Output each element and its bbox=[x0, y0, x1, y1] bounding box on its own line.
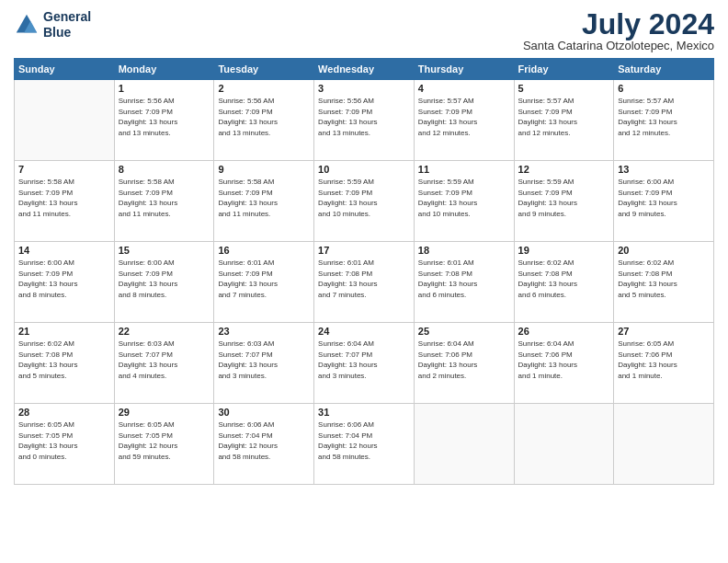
day-number: 21 bbox=[18, 326, 110, 337]
day-info: Sunrise: 5:57 AM Sunset: 7:09 PM Dayligh… bbox=[618, 96, 710, 138]
calendar-week-row: 14Sunrise: 6:00 AM Sunset: 7:09 PM Dayli… bbox=[15, 242, 714, 323]
day-number: 11 bbox=[418, 164, 510, 175]
calendar-cell: 9Sunrise: 5:58 AM Sunset: 7:09 PM Daylig… bbox=[214, 161, 314, 242]
day-info: Sunrise: 6:03 AM Sunset: 7:07 PM Dayligh… bbox=[218, 339, 310, 381]
day-number: 30 bbox=[218, 407, 310, 418]
calendar-day-header: Monday bbox=[114, 59, 214, 80]
day-number: 13 bbox=[618, 164, 710, 175]
day-number: 5 bbox=[518, 83, 610, 94]
day-info: Sunrise: 6:05 AM Sunset: 7:05 PM Dayligh… bbox=[18, 419, 110, 462]
day-number: 31 bbox=[318, 407, 410, 418]
calendar-day-header: Wednesday bbox=[314, 59, 415, 80]
calendar-cell: 13Sunrise: 6:00 AM Sunset: 7:09 PM Dayli… bbox=[614, 161, 714, 242]
day-info: Sunrise: 6:05 AM Sunset: 7:05 PM Dayligh… bbox=[119, 419, 210, 462]
day-number: 26 bbox=[518, 326, 610, 337]
title-block: July 2024 Santa Catarina Otzolotepec, Me… bbox=[523, 9, 714, 52]
day-number: 3 bbox=[318, 83, 410, 94]
day-number: 12 bbox=[518, 164, 610, 175]
month-title: July 2024 bbox=[523, 9, 714, 39]
day-info: Sunrise: 6:02 AM Sunset: 7:08 PM Dayligh… bbox=[18, 339, 110, 381]
day-info: Sunrise: 6:04 AM Sunset: 7:06 PM Dayligh… bbox=[418, 339, 510, 381]
day-info: Sunrise: 6:02 AM Sunset: 7:08 PM Dayligh… bbox=[518, 258, 610, 300]
calendar-day-header: Thursday bbox=[414, 59, 514, 80]
logo-text: General Blue bbox=[43, 9, 91, 40]
day-info: Sunrise: 6:06 AM Sunset: 7:04 PM Dayligh… bbox=[318, 419, 410, 462]
day-number: 14 bbox=[18, 245, 110, 256]
day-info: Sunrise: 6:04 AM Sunset: 7:06 PM Dayligh… bbox=[518, 339, 610, 381]
day-info: Sunrise: 6:01 AM Sunset: 7:08 PM Dayligh… bbox=[318, 258, 410, 300]
day-info: Sunrise: 6:05 AM Sunset: 7:06 PM Dayligh… bbox=[618, 339, 710, 381]
day-number: 24 bbox=[318, 326, 410, 337]
calendar-day-header: Tuesday bbox=[214, 59, 314, 80]
day-info: Sunrise: 6:01 AM Sunset: 7:09 PM Dayligh… bbox=[218, 258, 310, 300]
day-number: 22 bbox=[119, 326, 210, 337]
calendar-day-header: Friday bbox=[514, 59, 614, 80]
calendar-cell: 31Sunrise: 6:06 AM Sunset: 7:04 PM Dayli… bbox=[314, 404, 415, 485]
day-info: Sunrise: 5:56 AM Sunset: 7:09 PM Dayligh… bbox=[119, 96, 210, 138]
calendar-day-header: Sunday bbox=[15, 59, 115, 80]
calendar-header-row: SundayMondayTuesdayWednesdayThursdayFrid… bbox=[15, 59, 714, 80]
day-info: Sunrise: 5:59 AM Sunset: 7:09 PM Dayligh… bbox=[418, 177, 510, 219]
calendar-week-row: 28Sunrise: 6:05 AM Sunset: 7:05 PM Dayli… bbox=[15, 404, 714, 485]
calendar-cell: 11Sunrise: 5:59 AM Sunset: 7:09 PM Dayli… bbox=[414, 161, 514, 242]
day-info: Sunrise: 6:06 AM Sunset: 7:04 PM Dayligh… bbox=[218, 419, 310, 462]
calendar-cell: 29Sunrise: 6:05 AM Sunset: 7:05 PM Dayli… bbox=[114, 404, 214, 485]
location-subtitle: Santa Catarina Otzolotepec, Mexico bbox=[523, 39, 714, 52]
logo-icon bbox=[14, 12, 40, 38]
calendar-cell: 25Sunrise: 6:04 AM Sunset: 7:06 PM Dayli… bbox=[414, 323, 514, 404]
calendar-cell: 24Sunrise: 6:04 AM Sunset: 7:07 PM Dayli… bbox=[314, 323, 415, 404]
day-number: 1 bbox=[119, 83, 210, 94]
day-number: 8 bbox=[119, 164, 210, 175]
calendar-cell: 19Sunrise: 6:02 AM Sunset: 7:08 PM Dayli… bbox=[514, 242, 614, 323]
day-number: 2 bbox=[218, 83, 310, 94]
day-number: 18 bbox=[418, 245, 510, 256]
day-number: 20 bbox=[618, 245, 710, 256]
day-info: Sunrise: 5:59 AM Sunset: 7:09 PM Dayligh… bbox=[518, 177, 610, 219]
calendar-cell: 1Sunrise: 5:56 AM Sunset: 7:09 PM Daylig… bbox=[114, 80, 214, 161]
page: General Blue July 2024 Santa Catarina Ot… bbox=[0, 0, 728, 563]
day-info: Sunrise: 5:59 AM Sunset: 7:09 PM Dayligh… bbox=[318, 177, 410, 219]
day-info: Sunrise: 5:58 AM Sunset: 7:09 PM Dayligh… bbox=[18, 177, 110, 219]
calendar-cell: 22Sunrise: 6:03 AM Sunset: 7:07 PM Dayli… bbox=[114, 323, 214, 404]
day-number: 28 bbox=[18, 407, 110, 418]
day-info: Sunrise: 5:56 AM Sunset: 7:09 PM Dayligh… bbox=[218, 96, 310, 138]
day-info: Sunrise: 5:58 AM Sunset: 7:09 PM Dayligh… bbox=[218, 177, 310, 219]
calendar-cell bbox=[514, 404, 614, 485]
day-info: Sunrise: 6:02 AM Sunset: 7:08 PM Dayligh… bbox=[618, 258, 710, 300]
calendar-cell bbox=[414, 404, 514, 485]
calendar-cell: 17Sunrise: 6:01 AM Sunset: 7:08 PM Dayli… bbox=[314, 242, 415, 323]
calendar-cell: 23Sunrise: 6:03 AM Sunset: 7:07 PM Dayli… bbox=[214, 323, 314, 404]
day-info: Sunrise: 6:00 AM Sunset: 7:09 PM Dayligh… bbox=[119, 258, 210, 300]
calendar-cell: 30Sunrise: 6:06 AM Sunset: 7:04 PM Dayli… bbox=[214, 404, 314, 485]
calendar-cell: 18Sunrise: 6:01 AM Sunset: 7:08 PM Dayli… bbox=[414, 242, 514, 323]
calendar-cell: 7Sunrise: 5:58 AM Sunset: 7:09 PM Daylig… bbox=[15, 161, 115, 242]
day-number: 9 bbox=[218, 164, 310, 175]
day-number: 29 bbox=[119, 407, 210, 418]
calendar-cell: 28Sunrise: 6:05 AM Sunset: 7:05 PM Dayli… bbox=[15, 404, 115, 485]
day-number: 16 bbox=[218, 245, 310, 256]
calendar-cell: 6Sunrise: 5:57 AM Sunset: 7:09 PM Daylig… bbox=[614, 80, 714, 161]
day-number: 27 bbox=[618, 326, 710, 337]
day-info: Sunrise: 6:00 AM Sunset: 7:09 PM Dayligh… bbox=[618, 177, 710, 219]
calendar-cell bbox=[15, 80, 115, 161]
day-info: Sunrise: 5:57 AM Sunset: 7:09 PM Dayligh… bbox=[518, 96, 610, 138]
day-info: Sunrise: 5:57 AM Sunset: 7:09 PM Dayligh… bbox=[418, 96, 510, 138]
calendar-cell: 20Sunrise: 6:02 AM Sunset: 7:08 PM Dayli… bbox=[614, 242, 714, 323]
calendar-cell: 27Sunrise: 6:05 AM Sunset: 7:06 PM Dayli… bbox=[614, 323, 714, 404]
calendar-cell: 8Sunrise: 5:58 AM Sunset: 7:09 PM Daylig… bbox=[114, 161, 214, 242]
calendar-day-header: Saturday bbox=[614, 59, 714, 80]
calendar-cell: 26Sunrise: 6:04 AM Sunset: 7:06 PM Dayli… bbox=[514, 323, 614, 404]
calendar-week-row: 7Sunrise: 5:58 AM Sunset: 7:09 PM Daylig… bbox=[15, 161, 714, 242]
day-number: 15 bbox=[119, 245, 210, 256]
day-number: 17 bbox=[318, 245, 410, 256]
day-number: 10 bbox=[318, 164, 410, 175]
calendar-cell: 21Sunrise: 6:02 AM Sunset: 7:08 PM Dayli… bbox=[15, 323, 115, 404]
calendar-cell bbox=[614, 404, 714, 485]
day-number: 25 bbox=[418, 326, 510, 337]
calendar-week-row: 21Sunrise: 6:02 AM Sunset: 7:08 PM Dayli… bbox=[15, 323, 714, 404]
calendar-cell: 10Sunrise: 5:59 AM Sunset: 7:09 PM Dayli… bbox=[314, 161, 415, 242]
calendar-cell: 14Sunrise: 6:00 AM Sunset: 7:09 PM Dayli… bbox=[15, 242, 115, 323]
calendar-cell: 4Sunrise: 5:57 AM Sunset: 7:09 PM Daylig… bbox=[414, 80, 514, 161]
calendar-week-row: 1Sunrise: 5:56 AM Sunset: 7:09 PM Daylig… bbox=[15, 80, 714, 161]
header: General Blue July 2024 Santa Catarina Ot… bbox=[14, 9, 714, 52]
